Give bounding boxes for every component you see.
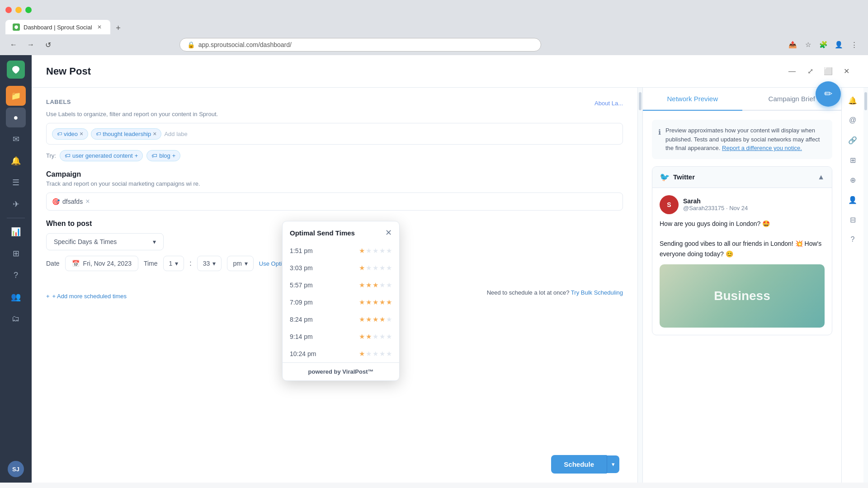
optimal-time-1[interactable]: 1:51 pm ★ ★ ★ ★ ★ <box>283 242 399 259</box>
campaign-tag: 🎯 dfsafds × <box>52 197 90 206</box>
bulk-scheduling-link[interactable]: Try Bulk Scheduling <box>571 289 623 296</box>
campaign-input[interactable]: 🎯 dfsafds × <box>46 192 623 211</box>
address-bar: ← → ↺ 🔒 app.sproutsocial.com/dashboard/ … <box>0 34 868 55</box>
add-icon[interactable]: ⊕ <box>845 173 860 187</box>
app-logo[interactable] <box>7 61 25 79</box>
stars-6: ★ ★ ★ ★ ★ <box>359 333 392 341</box>
powered-by-text: powered by <box>308 368 343 375</box>
user-avatar[interactable]: SJ <box>8 461 24 477</box>
try-tag-blog[interactable]: 🏷 blog + <box>146 150 180 161</box>
menu-icon[interactable]: ⋮ <box>848 38 861 51</box>
schedule-type-value: Specific Days & Times <box>54 238 117 245</box>
optimal-title: Optimal Send Times <box>290 229 355 237</box>
optimal-time-2[interactable]: 3:03 pm ★ ★ ★ ★ ★ <box>283 259 399 277</box>
sidebar-item-list[interactable]: ☰ <box>6 173 26 192</box>
table-icon[interactable]: ⊟ <box>845 212 860 227</box>
twitter-collapse-btn[interactable]: ▲ <box>817 173 825 181</box>
sidebar-item-alerts[interactable]: 🔔 <box>6 151 26 171</box>
window-close-btn[interactable] <box>5 7 12 13</box>
date-label: Date <box>46 260 60 267</box>
expand-icon[interactable]: ⤢ <box>803 64 817 79</box>
tab-title: Dashboard | Sprout Social <box>24 24 92 31</box>
period-chevron: ▾ <box>245 260 248 267</box>
tab-network-preview[interactable]: Network Preview <box>643 88 742 111</box>
tag-icon-blog: 🏷 <box>151 152 157 159</box>
form-scrollbar[interactable] <box>638 88 642 483</box>
time-colon: : <box>189 259 191 267</box>
date-picker[interactable]: 📅 Fri, Nov 24, 2023 <box>65 256 138 271</box>
window-min-btn[interactable] <box>15 7 22 13</box>
window-max-btn[interactable] <box>25 7 32 13</box>
remove-video-tag[interactable]: × <box>80 131 83 137</box>
try-tag-ugc[interactable]: 🏷 user generated content + <box>60 150 143 161</box>
form-and-scroll: Labels About La... Use Labels to organiz… <box>32 88 642 483</box>
add-more-times[interactable]: + + Add more scheduled times <box>46 293 127 300</box>
campaign-description: Track and report on your social marketin… <box>46 180 623 187</box>
sidebar-item-charts[interactable]: 📊 <box>6 222 26 242</box>
optimal-close-btn[interactable]: ✕ <box>385 228 392 238</box>
info-icon: ℹ <box>658 127 661 153</box>
sidebar-item-apps[interactable]: 🗂 <box>6 309 26 328</box>
mention-icon[interactable]: @ <box>845 113 860 127</box>
close-icon[interactable]: ✕ <box>839 64 854 79</box>
help-circle-icon[interactable]: ? <box>845 232 860 247</box>
try-add-blog: + <box>172 152 176 159</box>
browser-titlebar <box>0 0 868 20</box>
twitter-icon: 🐦 <box>660 172 670 182</box>
tab-close-btn[interactable]: ✕ <box>96 23 103 31</box>
url-text: app.sproutsocial.com/dashboard/ <box>198 41 292 48</box>
active-tab[interactable]: Dashboard | Sprout Social ✕ <box>5 20 110 34</box>
link-icon[interactable]: 🔗 <box>845 133 860 147</box>
sidebar-item-team[interactable]: 👥 <box>6 287 26 307</box>
hour-select[interactable]: 1 ▾ <box>163 256 184 271</box>
time-824pm: 8:24 pm <box>290 316 313 323</box>
profile-icon[interactable]: 👤 <box>833 38 845 51</box>
forward-btn[interactable]: → <box>24 38 37 51</box>
labels-input[interactable]: 🏷 video × 🏷 thought leadership × Add lab… <box>46 123 623 145</box>
url-bar[interactable]: 🔒 app.sproutsocial.com/dashboard/ <box>179 38 541 52</box>
schedule-button[interactable]: Schedule <box>551 455 607 474</box>
report-link[interactable]: Report a difference you notice. <box>722 145 802 151</box>
schedule-type-dropdown[interactable]: Specific Days & Times ▾ <box>46 233 164 250</box>
notifications-icon[interactable]: 🔔 <box>845 93 860 108</box>
optimal-time-5[interactable]: 8:24 pm ★ ★ ★ ★ ★ <box>283 311 399 328</box>
sidebar-item-folder[interactable]: 📁 <box>6 86 26 106</box>
cast-icon[interactable]: 📤 <box>787 38 799 51</box>
minute-select[interactable]: 33 ▾ <box>197 256 222 271</box>
period-select[interactable]: pm ▾ <box>227 256 253 271</box>
sidebar-item-compose[interactable]: ● <box>6 108 26 127</box>
sidebar-item-send[interactable]: ✈ <box>6 194 26 214</box>
star-icon[interactable]: ☆ <box>802 38 815 51</box>
date-value: Fri, Nov 24, 2023 <box>83 260 132 267</box>
compose-fab[interactable]: ✏ <box>816 81 841 107</box>
optimal-time-3[interactable]: 5:57 pm ★ ★ ★ ★ ★ <box>283 277 399 294</box>
extensions-icon[interactable]: 🧩 <box>817 38 830 51</box>
new-tab-btn[interactable]: + <box>112 22 125 34</box>
add-label-input[interactable]: Add labe <box>164 131 187 137</box>
remove-campaign-tag[interactable]: × <box>85 197 90 206</box>
tag-text-thought: thought leadership <box>103 131 151 137</box>
person-icon[interactable]: 👤 <box>845 192 860 207</box>
chevron-down-icon: ▾ <box>153 238 156 245</box>
optimal-time-7[interactable]: 10:24 pm ★ ★ ★ ★ ★ <box>283 345 399 362</box>
sidebar-item-inbox[interactable]: ✉ <box>6 129 26 149</box>
layout-icon[interactable]: ⬜ <box>821 64 835 79</box>
about-labels-link[interactable]: About La... <box>594 100 623 107</box>
sidebar-item-help[interactable]: ? <box>6 265 26 285</box>
right-panel-tabs: Network Preview Campaign Brief <box>643 88 841 111</box>
optimal-time-4[interactable]: 7:09 pm ★ ★ ★ ★ ★ <box>283 294 399 311</box>
labels-heading: Labels About La... <box>46 99 623 108</box>
optimal-time-6[interactable]: 9:14 pm ★ ★ ★ ★ ★ <box>283 328 399 345</box>
remove-thought-tag[interactable]: × <box>153 131 156 137</box>
tag-thought-leadership: 🏷 thought leadership × <box>91 128 161 140</box>
grid-icon[interactable]: ⊞ <box>845 153 860 167</box>
back-btn[interactable]: ← <box>7 38 20 51</box>
panel-scrollbar[interactable] <box>863 88 868 483</box>
schedule-dropdown-btn[interactable]: ▾ <box>607 455 619 473</box>
campaign-icon: 🎯 <box>52 198 60 205</box>
sidebar-divider-1 <box>7 218 25 218</box>
sidebar-item-grid[interactable]: ⊞ <box>6 244 26 263</box>
hour-chevron: ▾ <box>175 260 178 267</box>
minimize-icon[interactable]: — <box>785 64 799 79</box>
refresh-btn[interactable]: ↺ <box>42 38 54 51</box>
